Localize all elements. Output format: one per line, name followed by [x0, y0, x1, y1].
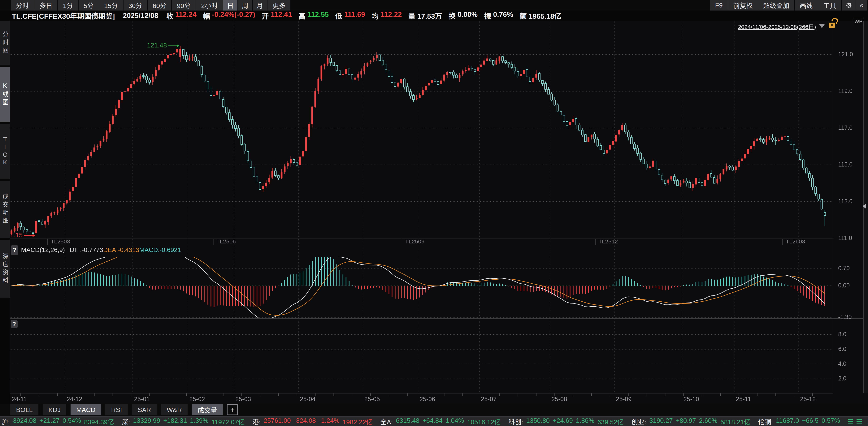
macd-header: MACD(12,26,9) DIF:-0.7773 DEA:-0.4313 MA… — [21, 245, 181, 255]
info-field-label: 收 — [166, 10, 174, 21]
index-change: +21.27 — [39, 417, 59, 426]
market-index-item[interactable]: 沪:3924.08+21.270.54%8394.39亿 — [2, 417, 114, 426]
info-field-value: -0.24%(-0.27) — [212, 10, 255, 21]
tab-kdj[interactable]: KDJ — [43, 404, 66, 415]
quote-fields: 收112.24幅-0.24%(-0.27)开112.41高112.55低111.… — [166, 10, 568, 21]
lock-icon[interactable] — [829, 23, 835, 28]
index-pct: 0.54% — [63, 417, 81, 426]
info-field-value: 0.00% — [458, 10, 477, 21]
panel-collapse-handle[interactable] — [863, 203, 866, 209]
info-field-value: 112.55 — [307, 10, 329, 21]
tf-day[interactable]: 日 — [223, 0, 238, 10]
super-overlay-button[interactable]: 超级叠加 — [758, 0, 794, 10]
info-field-label: 低 — [335, 10, 342, 21]
forward-adjust-button[interactable]: 前复权 — [728, 0, 758, 10]
info-field: 换0.00% — [448, 10, 477, 21]
index-value: 11687.0 — [776, 417, 799, 426]
index-label: 伦铜: — [758, 417, 773, 426]
market-status-bar: 沪:3924.08+21.270.54%8394.39亿深:13329.99+1… — [0, 417, 868, 426]
market-index-item[interactable]: 伦铜:11687.0+66.50.57% — [758, 417, 840, 426]
top-toolbar: 分时 多日 1分 5分 15分 30分 60分 90分 2小时 日 周 月 更多… — [0, 0, 868, 10]
index-label: 沪: — [2, 417, 10, 426]
index-amount: 10516.12亿 — [467, 417, 501, 426]
index-label: 港: — [252, 417, 260, 426]
info-field-label: 振 — [484, 10, 491, 21]
tab-boll[interactable]: BOLL — [10, 404, 38, 415]
sidebar-item-kline-chart[interactable]: K线图 — [0, 67, 10, 122]
info-field-value: 112.41 — [271, 10, 292, 21]
tools-button[interactable]: 工具 — [818, 0, 841, 10]
tf-multiday[interactable]: 多日 — [34, 0, 57, 10]
info-field: 额1965.18亿 — [520, 10, 561, 21]
info-field: 收112.24 — [166, 10, 196, 21]
info-field: 量17.53万 — [408, 10, 442, 21]
status-time: 16:01:24 — [867, 417, 868, 425]
tf-90min[interactable]: 90分 — [172, 0, 195, 10]
tab-volume[interactable]: 成交量 — [192, 404, 223, 415]
tab-macd[interactable]: MACD — [70, 404, 101, 415]
tf-minute[interactable]: 分时 — [11, 0, 34, 10]
index-change: -324.08 — [294, 417, 316, 426]
tf-1min[interactable]: 1分 — [58, 0, 78, 10]
info-field-label: 高 — [299, 10, 306, 21]
tf-week[interactable]: 周 — [238, 0, 252, 10]
info-field: 均112.22 — [371, 10, 402, 21]
tab-sar[interactable]: SAR — [132, 404, 157, 415]
index-value: 6315.48 — [396, 417, 420, 426]
info-field-value: 0.76% — [493, 10, 513, 21]
index-value: 1350.80 — [526, 417, 550, 426]
wp-badge: WP — [853, 18, 864, 25]
info-field-value: 112.22 — [380, 10, 402, 21]
macd-help-button[interactable]: ? — [11, 245, 18, 255]
tf-more[interactable]: 更多 — [268, 0, 290, 10]
menu-lines-icon[interactable] — [848, 419, 853, 424]
index-label: 科创: — [508, 417, 523, 426]
menu-lines-icon[interactable] — [857, 419, 862, 424]
tf-2hour[interactable]: 2小时 — [196, 0, 223, 10]
info-field-value: 1965.18亿 — [529, 10, 561, 21]
info-field-label: 额 — [520, 10, 527, 21]
market-index-item[interactable]: 创业:3190.27+80.972.60%5818.21亿 — [631, 417, 751, 426]
index-change: +24.69 — [553, 417, 573, 426]
info-field-value: 111.69 — [344, 10, 365, 21]
status-right-group: 16:01:24 — [848, 417, 868, 425]
market-index-item[interactable]: 全A:6315.48+64.841.04%10516.12亿 — [380, 417, 501, 426]
add-indicator-button[interactable]: + — [227, 404, 238, 415]
tf-30min[interactable]: 30分 — [124, 0, 147, 10]
instrument-info-bar: TL.CFE[CFFEX30年期国债期货] 2025/12/08 收112.24… — [0, 10, 868, 21]
collapse-chevrons-icon[interactable]: « — [856, 0, 867, 10]
market-index-item[interactable]: 深:13329.99+182.311.39%11972.07亿 — [122, 417, 245, 426]
f9-button[interactable]: F9 — [710, 0, 728, 10]
index-value: 13329.99 — [133, 417, 160, 426]
volume-help-button[interactable]: ? — [11, 320, 18, 329]
tf-month[interactable]: 月 — [253, 0, 267, 10]
sidebar-item-depth-info[interactable]: 深度资料 — [0, 240, 10, 298]
toolbar-right-group: F9 前复权 超级叠加 画线 工具 « — [710, 0, 867, 10]
info-field-label: 开 — [262, 10, 269, 21]
tf-60min[interactable]: 60分 — [148, 0, 172, 10]
tf-5min[interactable]: 5分 — [79, 0, 99, 10]
info-field-label: 均 — [371, 10, 378, 21]
index-pct: 0.57% — [822, 417, 840, 426]
index-pct: 1.86% — [576, 417, 594, 426]
index-change: +182.31 — [163, 417, 187, 426]
sidebar-item-tick[interactable]: TICK — [0, 124, 10, 179]
range-dropdown-caret-icon[interactable] — [819, 24, 825, 28]
date-range-label[interactable]: 2024/11/06-2025/12/08(266日) — [738, 22, 816, 31]
sidebar-item-trade-detail[interactable]: 成交明细 — [0, 181, 10, 238]
tab-rsi[interactable]: RSI — [105, 404, 128, 415]
info-field-value: 17.53万 — [417, 10, 442, 21]
market-index-item[interactable]: 科创:1350.80+24.691.86%639.52亿 — [508, 417, 624, 426]
info-field: 幅-0.24%(-0.27) — [203, 10, 255, 21]
info-field: 低111.69 — [335, 10, 365, 21]
index-pct: 1.39% — [190, 417, 208, 426]
info-field: 高112.55 — [299, 10, 329, 21]
settings-gear-icon[interactable] — [842, 0, 856, 10]
market-index-item[interactable]: 港:25761.00-324.08-1.24%1982.22亿 — [252, 417, 372, 426]
tf-15min[interactable]: 15分 — [99, 0, 123, 10]
tab-wr[interactable]: W&R — [161, 404, 188, 415]
kline-chart-canvas[interactable] — [0, 0, 868, 426]
draw-line-button[interactable]: 画线 — [795, 0, 818, 10]
sidebar-item-time-chart[interactable]: 分时图 — [0, 21, 10, 65]
info-field: 振0.76% — [484, 10, 513, 21]
